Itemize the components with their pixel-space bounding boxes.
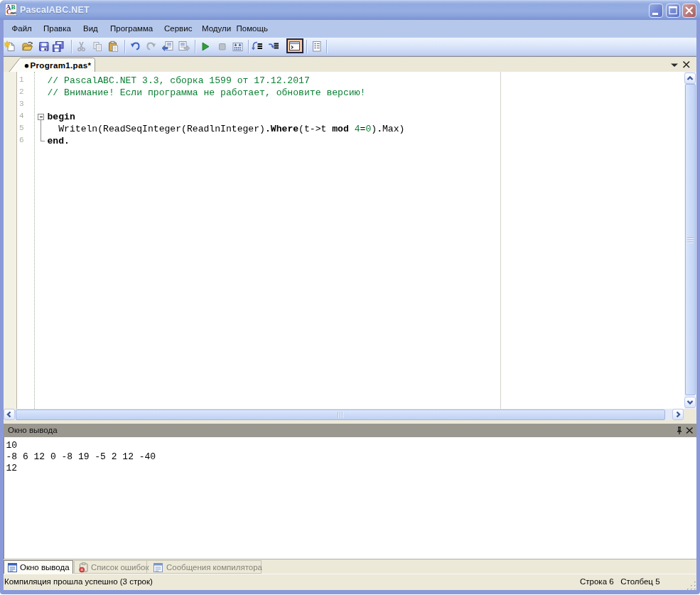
svg-text:net: net [11,11,16,15]
svg-text:Program1.pas*: Program1.pas* [31,61,92,70]
svg-text:B: B [11,4,16,11]
